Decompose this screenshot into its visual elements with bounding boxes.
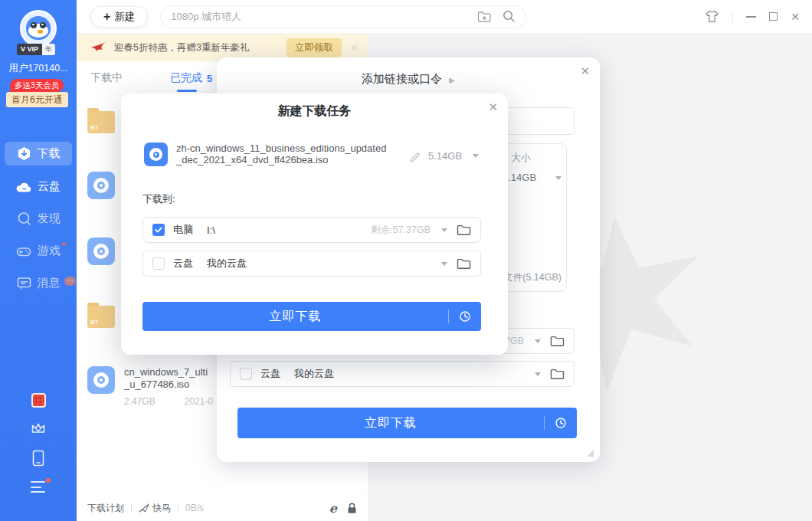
sidebar-item-discover[interactable]: 发现: [0, 207, 77, 231]
search-icon[interactable]: [503, 10, 516, 23]
penguin-beak: [38, 30, 43, 34]
sidebar-item-label: 下载: [38, 146, 61, 161]
list-item[interactable]: BT: [87, 107, 115, 133]
iso-disc-icon: [87, 238, 115, 265]
tab-downloading[interactable]: 下载中: [90, 71, 123, 85]
cloud-label: 云盘: [173, 257, 193, 270]
path-dropdown-icon[interactable]: [441, 228, 447, 232]
penguin-eye: [31, 22, 37, 28]
scheduled-download-button[interactable]: [545, 417, 577, 429]
open-folder-icon[interactable]: [457, 224, 471, 236]
cloud-name: 我的云盘: [207, 257, 247, 270]
maximize-button[interactable]: [769, 12, 778, 21]
notification-dot: [46, 478, 51, 483]
check-icon: [155, 227, 162, 233]
list-item[interactable]: [87, 238, 115, 265]
sidebar-item-game[interactable]: 游戏: [0, 239, 77, 263]
timer-clock-icon: [555, 417, 567, 429]
divider: [131, 503, 132, 513]
download-icon: [17, 146, 31, 161]
check-in-icon[interactable]: [31, 393, 46, 408]
computer-path: I:\: [207, 224, 215, 236]
vip-bonus-badge[interactable]: 多送3天会员: [10, 79, 64, 92]
banner-close-icon[interactable]: ✕: [350, 42, 359, 54]
claim-button[interactable]: 立即领取: [286, 38, 342, 57]
iso-disc-icon: [87, 172, 115, 199]
path-dropdown-icon[interactable]: [441, 262, 447, 266]
cloud-label: 云盘: [260, 367, 280, 381]
scheduled-download-button[interactable]: [449, 310, 481, 323]
download-to-label: 下载到:: [142, 192, 175, 206]
mobile-phone-icon[interactable]: [31, 450, 45, 467]
new-task-button[interactable]: + 新建: [90, 6, 148, 28]
list-item[interactable]: [87, 172, 115, 199]
size-dropdown-icon[interactable]: [555, 176, 562, 180]
size-column-header: 大小: [511, 151, 531, 165]
lock-icon[interactable]: [347, 503, 357, 514]
download-now-button[interactable]: 立即下载: [237, 408, 577, 438]
close-window-button[interactable]: ✕: [791, 11, 800, 22]
search-input[interactable]: 1080p 城市猎人: [160, 5, 526, 28]
discover-icon: [17, 211, 31, 226]
speed-text: 0B/s: [185, 503, 204, 513]
size-dropdown-icon[interactable]: [473, 154, 479, 158]
download-now-label: 立即下载: [142, 309, 448, 325]
sidebar-item-message[interactable]: 消息 ⋯: [0, 271, 77, 295]
minimize-button[interactable]: [746, 16, 756, 18]
ie-browser-icon[interactable]: e: [329, 501, 337, 516]
file-date: 2021-0: [185, 396, 213, 407]
bt-folder-icon: BT: [87, 306, 115, 328]
sidebar-item-label: 发现: [38, 211, 61, 226]
controls-divider: [732, 11, 733, 22]
file-name-line2: _u_677486.iso: [124, 378, 213, 391]
promo-text: 迎春5折特惠，再赠3重新年豪礼: [114, 41, 286, 54]
computer-checkbox[interactable]: [152, 224, 165, 236]
vip-offer-badge[interactable]: 首月6元开通: [6, 92, 68, 107]
cloud-icon: [16, 181, 31, 193]
edit-name-icon[interactable]: [409, 152, 421, 163]
download-plan-link[interactable]: 下载计划: [87, 502, 124, 515]
username: 用户170140...: [0, 62, 77, 75]
open-folder-icon[interactable]: [550, 336, 565, 347]
fast-bird-link[interactable]: 快鸟: [152, 502, 171, 515]
list-item[interactable]: cn_windows_7_ulti _u_677486.iso 2.47GB 2…: [87, 366, 213, 407]
message-count-badge: ⋯: [64, 277, 76, 286]
path-dropdown-icon[interactable]: [535, 372, 541, 376]
open-folder-icon[interactable]: [550, 369, 565, 380]
remaining-space: 剩余:57.37GB: [371, 224, 431, 237]
download-now-label: 立即下载: [237, 415, 544, 431]
iso-disc-icon: [144, 143, 168, 166]
save-to-cloud-row[interactable]: 云盘 我的云盘: [230, 361, 575, 387]
folder-star-icon[interactable]: [477, 11, 492, 23]
cloud-checkbox[interactable]: [152, 257, 165, 270]
vip-badge-left: V VIP: [17, 44, 42, 55]
file-size: 2.47GB: [124, 396, 156, 407]
sidebar-item-label: 消息 ⋯: [38, 276, 61, 290]
add-link-title[interactable]: 添加链接或口令 ▶: [217, 72, 600, 87]
new-task-title: 新建下载任务: [121, 103, 508, 120]
speed-bird-icon: [139, 503, 149, 513]
sidebar-item-cloud[interactable]: 云盘: [0, 175, 77, 198]
save-to-computer-row[interactable]: 电脑 I:\ 剩余:57.37GB: [142, 217, 481, 243]
penguin-eye: [40, 22, 46, 28]
theme-shirt-icon[interactable]: [705, 10, 719, 23]
path-dropdown-icon[interactable]: [535, 339, 541, 343]
cloud-checkbox[interactable]: [240, 368, 252, 380]
sidebar-item-label: 游戏: [38, 244, 61, 258]
save-to-cloud-row[interactable]: 云盘 我的云盘: [142, 251, 481, 277]
list-item[interactable]: BT: [87, 302, 115, 328]
app-window: + 新建 1080p 城市猎人 ✕: [0, 0, 812, 521]
resize-handle[interactable]: [587, 450, 594, 457]
timer-clock-icon: [459, 310, 471, 323]
tab-completed[interactable]: 已完成 5: [170, 71, 212, 85]
sidebar-item-label: 云盘: [38, 179, 61, 194]
menu-icon[interactable]: [31, 481, 45, 496]
status-bar: 下载计划 快鸟 0B/s e: [77, 495, 368, 521]
avatar[interactable]: [20, 10, 57, 47]
open-folder-icon[interactable]: [457, 258, 471, 270]
sidebar-item-download[interactable]: 下载: [0, 142, 77, 165]
download-now-button[interactable]: 立即下载: [142, 302, 481, 331]
vip-badge[interactable]: V VIP 年: [17, 44, 55, 55]
toolbar: + 新建 1080p 城市猎人 ✕: [77, 0, 812, 34]
vip-crown-icon[interactable]: [30, 420, 47, 436]
